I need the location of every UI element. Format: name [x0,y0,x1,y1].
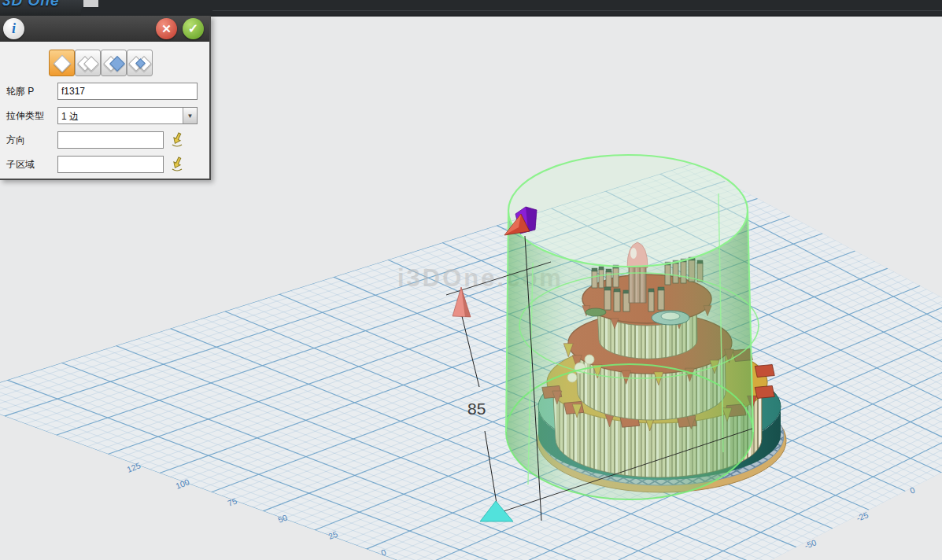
titlebar-widget[interactable] [83,0,98,7]
pick-subregion-icon[interactable] [170,157,184,172]
subregion-input[interactable] [57,156,164,173]
extrude-type-two-sides-button[interactable] [75,50,101,76]
direction-input[interactable] [57,131,164,149]
extrude-one-side-icon [54,55,72,73]
extrude-type-dropdown[interactable]: 1 边 ▼ [57,107,198,124]
dimension-value[interactable]: 85 [467,400,486,418]
dialog-header: i ✕ ✓ [0,16,209,42]
chevron-down-icon[interactable]: ▼ [183,108,197,123]
profile-label: 轮廓 P [6,85,57,98]
extrude-type-buttons [49,50,209,76]
title-bar: 3D One [0,0,942,17]
cancel-button[interactable]: ✕ [156,18,177,39]
extrude-type-value: 1 边 [58,108,183,123]
extrude-type-one-side-button[interactable] [49,50,75,76]
confirm-button[interactable]: ✓ [183,18,204,39]
ground-plane [0,164,942,560]
svg-text:0: 0 [908,485,916,496]
extrude-dialog: i ✕ ✓ 轮廓 P [0,16,211,180]
ribbon-tab-curve [81,0,942,16]
app-window: 125 100 75 50 25 0 0 -25 -50 i3DOne.com [0,0,942,560]
profile-input[interactable] [57,83,198,100]
extrude-type-total-button[interactable] [127,50,153,76]
extrude-type-label: 拉伸类型 [6,109,57,123]
subregion-label: 子区域 [6,158,57,171]
titlebar-divider [212,10,942,11]
pick-direction-icon[interactable] [170,132,184,148]
direction-label: 方向 [6,134,57,147]
app-logo: 3D One [2,0,60,9]
extrude-preview-cylinder[interactable] [506,155,759,499]
info-icon[interactable]: i [3,18,24,39]
extrude-type-symmetric-button[interactable] [101,50,127,76]
